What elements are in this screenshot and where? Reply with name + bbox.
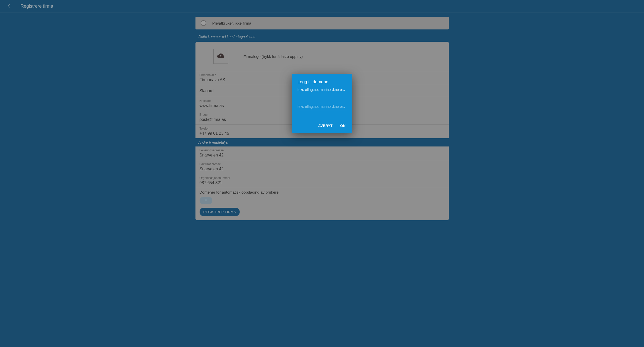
cancel-button[interactable]: AVBRYT xyxy=(317,122,334,129)
ok-button[interactable]: OK xyxy=(339,122,347,129)
add-domain-dialog: Legg til domene feks elfag.no, murinord.… xyxy=(292,74,352,133)
modal-overlay: Legg til domene feks elfag.no, murinord.… xyxy=(0,0,644,347)
domain-input[interactable] xyxy=(298,103,347,110)
dialog-subtitle: feks elfag.no, murinord.no osv xyxy=(298,88,347,92)
dialog-title: Legg til domene xyxy=(298,79,347,85)
dialog-actions: AVBRYT OK xyxy=(298,122,347,129)
